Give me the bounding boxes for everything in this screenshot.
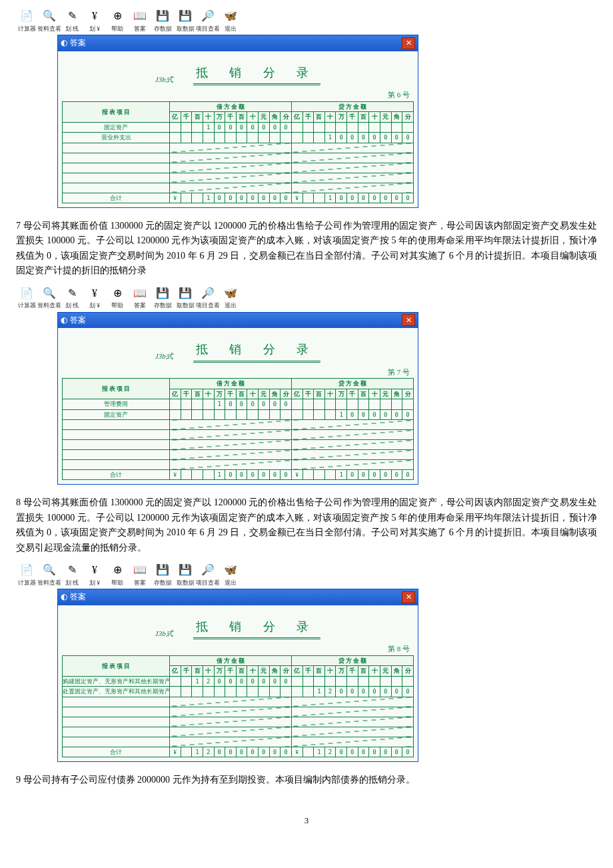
digit-cell [291, 409, 303, 419]
unit-header: 千 [181, 112, 192, 122]
toolbar-label: 划 线 [65, 578, 79, 587]
toolbar-btn-4[interactable]: ⊕帮助 [107, 285, 128, 310]
toolbar-btn-5[interactable]: 📖答案 [129, 8, 151, 33]
unit-header: 千 [347, 389, 358, 399]
digit-cell: 0 [225, 193, 237, 203]
unit-header: 百 [314, 112, 325, 122]
toolbar-btn-1[interactable]: 🔍资料查看 [39, 285, 60, 310]
toolbar-btn-3[interactable]: ¥划 ¥ [84, 562, 105, 587]
form-code: J3b式 [155, 351, 173, 363]
close-button[interactable]: ✕ [402, 314, 415, 326]
digit-cell: 0 [380, 409, 391, 419]
toolbar-btn-3[interactable]: ¥划 ¥ [84, 8, 105, 33]
digit-cell: 1 [192, 747, 203, 757]
unit-header: 百 [192, 666, 203, 676]
toolbar-label: 资料查看 [37, 24, 61, 33]
digit-cell [358, 676, 369, 686]
col-item-header: 报 表 项 目 [63, 655, 170, 676]
toolbar-btn-7[interactable]: 💾取数据 [175, 562, 196, 587]
toolbar-btn-7[interactable]: 💾取数据 [175, 8, 196, 33]
digit-cell [324, 399, 336, 409]
digit-cell: 0 [259, 122, 270, 132]
digit-cell: 0 [259, 399, 270, 409]
digit-cell: 0 [247, 193, 259, 203]
digit-cell: 0 [336, 193, 347, 203]
toolbar-btn-0[interactable]: 📄计算器 [16, 562, 37, 587]
toolbar-btn-6[interactable]: 💾存数据 [152, 285, 173, 310]
close-button[interactable]: ✕ [402, 37, 415, 49]
toolbar-icon: 🦋 [223, 285, 239, 301]
item-name: 营业外支出 [63, 133, 170, 143]
toolbar-btn-4[interactable]: ⊕帮助 [107, 8, 128, 33]
toolbar-icon: 💾 [177, 285, 193, 301]
form-header: J3b式抵 销 分 录 [62, 55, 414, 90]
toolbar-btn-8[interactable]: 🔎项目查看 [197, 285, 219, 310]
digit-cell [203, 687, 214, 697]
digit-cell [369, 122, 380, 132]
toolbar-btn-2[interactable]: ✎划 线 [61, 285, 83, 310]
digit-cell: 0 [358, 193, 369, 203]
toolbar-label: 划 线 [65, 24, 79, 33]
digit-cell: 0 [336, 747, 347, 757]
digit-cell [214, 687, 225, 697]
toolbar-btn-2[interactable]: ✎划 线 [61, 562, 83, 587]
toolbar-btn-6[interactable]: 💾存数据 [152, 562, 173, 587]
currency-symbol: ¥ [170, 747, 181, 757]
toolbar-btn-1[interactable]: 🔍资料查看 [39, 562, 60, 587]
toolbar-btn-8[interactable]: 🔎项目查看 [197, 562, 219, 587]
ledger-table: 报 表 项 目借 方 金 额贷 方 金 额亿千百十万千百十元角分亿千百十万千百十… [62, 655, 414, 757]
digit-cell [303, 676, 314, 686]
toolbar-btn-1[interactable]: 🔍资料查看 [39, 8, 60, 33]
toolbar-btn-9[interactable]: 🦋退出 [220, 8, 241, 33]
digit-cell: 0 [402, 747, 414, 757]
digit-cell [247, 687, 259, 697]
digit-cell [281, 409, 292, 419]
unit-header: 百 [192, 389, 203, 399]
toolbar-btn-9[interactable]: 🦋退出 [220, 562, 241, 587]
toolbar-btn-3[interactable]: ¥划 ¥ [84, 285, 105, 310]
digit-cell: 0 [402, 470, 414, 480]
toolbar-btn-2[interactable]: ✎划 线 [61, 8, 83, 33]
unit-header: 百 [236, 389, 247, 399]
ledger-empty-row [63, 173, 414, 183]
toolbar-icon: 📄 [19, 285, 35, 301]
digit-cell [281, 687, 292, 697]
slash-cell [291, 727, 413, 737]
digit-cell [380, 122, 391, 132]
toolbar-label: 项目查看 [196, 301, 220, 310]
digit-cell [214, 133, 225, 143]
digit-cell [170, 409, 181, 419]
toolbar-btn-7[interactable]: 💾取数据 [175, 285, 196, 310]
close-button[interactable]: ✕ [402, 591, 415, 603]
toolbar-btn-0[interactable]: 📄计算器 [16, 285, 37, 310]
digit-cell: 0 [247, 122, 259, 132]
form-header: J3b式抵 销 分 录 [62, 609, 414, 644]
toolbar-label: 帮助 [111, 24, 123, 33]
ledger-row: 购建固定资产、无形资产和其他长期资产支付的现金120000000 [63, 676, 414, 686]
toolbar-label: 划 ¥ [89, 301, 100, 310]
digit-cell: 0 [358, 687, 369, 697]
slash-cell [170, 163, 292, 173]
toolbar-btn-4[interactable]: ⊕帮助 [107, 562, 128, 587]
digit-cell [181, 747, 192, 757]
total-label: 合计 [63, 747, 170, 757]
digit-cell [324, 409, 336, 419]
slash-cell [291, 450, 413, 460]
toolbar-btn-0[interactable]: 📄计算器 [16, 8, 37, 33]
toolbar-btn-8[interactable]: 🔎项目查看 [197, 8, 219, 33]
unit-header: 万 [214, 389, 225, 399]
toolbar-btn-6[interactable]: 💾存数据 [152, 8, 173, 33]
digit-cell: 0 [236, 193, 247, 203]
digit-cell: 0 [259, 470, 270, 480]
toolbar-icon: ¥ [87, 285, 103, 301]
toolbar-btn-9[interactable]: 🦋退出 [220, 285, 241, 310]
toolbar-btn-5[interactable]: 📖答案 [129, 562, 151, 587]
toolbar-btn-5[interactable]: 📖答案 [129, 285, 151, 310]
currency-symbol: ¥ [291, 747, 303, 757]
unit-header: 十 [369, 112, 380, 122]
form-code: J3b式 [155, 628, 173, 640]
toolbar-icon: 🔎 [200, 8, 216, 24]
toolbar-label: 存数据 [154, 24, 172, 33]
ledger-empty-row [63, 717, 414, 727]
toolbar-icon: 🦋 [223, 562, 239, 578]
